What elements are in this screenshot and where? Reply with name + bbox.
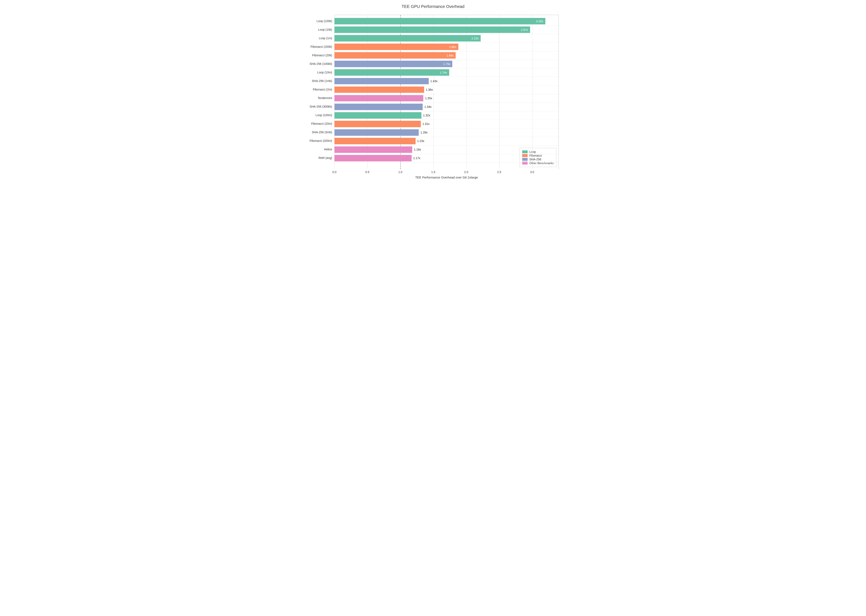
bar — [334, 121, 421, 127]
bar: 1.74x — [334, 69, 449, 76]
legend-label: SHA-256 — [529, 158, 541, 161]
y-gridline — [334, 60, 559, 60]
bar — [334, 78, 429, 85]
legend-item: Loop — [522, 150, 554, 154]
bar-value-label: 1.18x — [414, 148, 421, 151]
y-tick-label: Loop (1m) — [303, 36, 333, 40]
y-tick-label: Fibonacci (200k) — [303, 45, 333, 49]
bar: 1.88x — [334, 44, 458, 50]
bar — [334, 95, 423, 102]
y-tick-label: SHA-256 (300kb) — [303, 105, 333, 108]
y-tick-label: Fibonacci (20k) — [303, 53, 333, 57]
tee-gpu-overhead-chart: TEE GPU Performance Overhead LoopFibonac… — [303, 4, 563, 179]
x-tick-label: 1.0 — [398, 170, 402, 174]
y-tick-label: SHA-256 (1mb) — [303, 79, 333, 83]
legend-item: SHA-256 — [522, 158, 554, 161]
x-tick-label: 2.0 — [464, 170, 468, 174]
bar-value-label: 1.74x — [440, 71, 447, 74]
y-tick-label: Loop (100m) — [303, 113, 333, 117]
x-gridline — [532, 15, 532, 169]
y-tick-label: Fibonacci (20m) — [303, 122, 333, 125]
legend-swatch — [522, 154, 527, 157]
y-tick-label: Loop (10m) — [303, 71, 333, 74]
plot: LoopFibonacciSHA-256Other Benchmarks 3.2… — [303, 13, 563, 179]
bar-value-label: 1.34x — [424, 105, 431, 108]
y-gridline — [334, 162, 559, 163]
x-tick-label: 0.5 — [365, 170, 369, 174]
legend: LoopFibonacciSHA-256Other Benchmarks — [520, 148, 556, 167]
plot-area: LoopFibonacciSHA-256Other Benchmarks 3.2… — [334, 15, 559, 169]
bar — [334, 112, 421, 119]
y-tick-label: Helios — [303, 148, 333, 151]
y-gridline — [334, 42, 559, 43]
bar-value-label: 2.22x — [471, 37, 479, 40]
bar — [334, 86, 424, 93]
bar-value-label: 1.23x — [417, 139, 424, 143]
bar-value-label: 1.43x — [430, 79, 438, 83]
y-gridline — [334, 128, 559, 129]
x-tick-label: 2.5 — [497, 170, 501, 174]
bar — [334, 155, 412, 162]
bar-value-label: 2.97x — [521, 28, 528, 31]
bar — [334, 146, 412, 153]
x-tick-label: 1.5 — [431, 170, 435, 174]
x-tick-label: 3.0 — [530, 170, 534, 174]
legend-item: Other Benchmarks — [522, 162, 554, 165]
y-gridline — [334, 111, 559, 112]
legend-swatch — [522, 162, 527, 165]
bar-value-label: 1.84x — [446, 54, 453, 57]
bar-value-label: 1.36x — [426, 88, 433, 91]
y-tick-label: Fibonacci (2m) — [303, 88, 333, 91]
y-tick-label: Tendermint — [303, 96, 333, 100]
bar: 2.97x — [334, 27, 530, 33]
bar-value-label: 1.31x — [422, 122, 430, 126]
legend-label: Other Benchmarks — [529, 162, 554, 165]
chart-title: TEE GPU Performance Overhead — [303, 4, 563, 9]
y-tick-label: Fibonacci (200m) — [303, 139, 333, 142]
bar: 1.84x — [334, 52, 456, 58]
bar — [334, 129, 419, 136]
y-tick-label: Loop (100k) — [303, 19, 333, 23]
y-tick-label: SHA-256 (3mb) — [303, 130, 333, 134]
y-tick-label: SHA-256 (100kb) — [303, 62, 333, 66]
legend-swatch — [522, 158, 527, 161]
y-gridline — [334, 25, 559, 26]
x-tick-label: 0.0 — [332, 170, 336, 174]
legend-swatch — [522, 150, 527, 153]
bar: 2.22x — [334, 35, 481, 41]
bar — [334, 138, 416, 144]
bar-value-label: 1.88x — [449, 45, 456, 49]
legend-item: Fibonacci — [522, 154, 554, 157]
bar: 1.79x — [334, 61, 452, 67]
x-axis-label: TEE Performance Overhead over G6 2xlarge — [334, 176, 559, 179]
y-gridline — [334, 145, 559, 146]
legend-label: Loop — [529, 150, 536, 154]
bar — [334, 104, 423, 110]
bar-value-label: 1.35x — [425, 97, 432, 100]
bar: 3.20x — [334, 18, 545, 24]
bar-value-label: 1.32x — [423, 114, 430, 117]
legend-label: Fibonacci — [529, 154, 542, 157]
y-gridline — [334, 77, 559, 77]
y-tick-label: Loop (10k) — [303, 28, 333, 31]
bar-value-label: 1.17x — [413, 156, 420, 160]
bar-value-label: 3.20x — [536, 20, 543, 23]
bar-value-label: 1.79x — [443, 62, 450, 66]
bar-value-label: 1.28x — [420, 131, 427, 134]
y-gridline — [334, 102, 559, 103]
y-tick-label: Reth (avg) — [303, 156, 333, 160]
